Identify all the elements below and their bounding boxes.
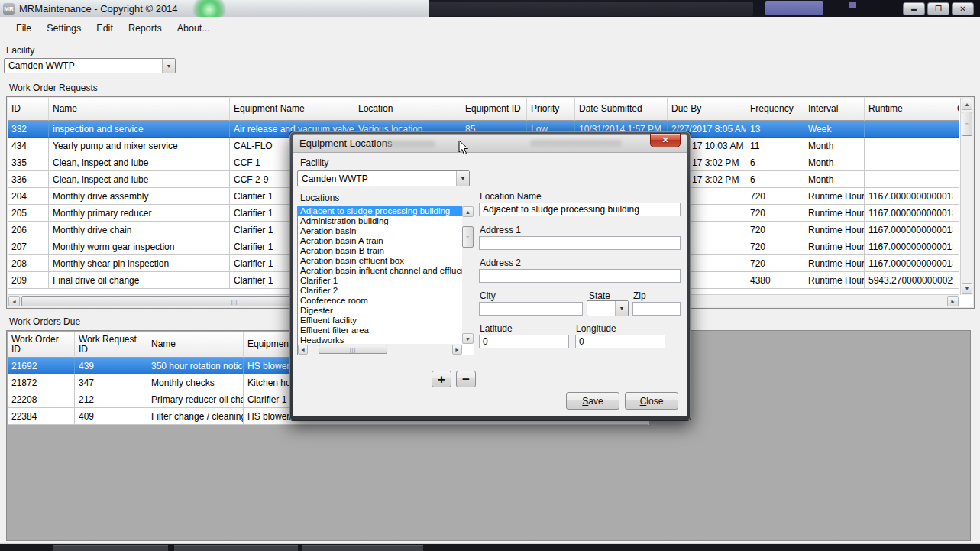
dialog-facility-select[interactable]: Camden WWTP ▼	[297, 170, 470, 186]
chevron-down-icon[interactable]: ▼	[615, 301, 628, 316]
minimize-button[interactable]: ▬	[903, 2, 925, 15]
cell-work_request_id: 439	[75, 358, 147, 374]
location-list-item[interactable]: Headworks	[298, 335, 462, 344]
location-list-item[interactable]: Aeration basin B train	[298, 246, 462, 256]
latitude-input[interactable]	[479, 335, 569, 348]
close-button[interactable]: ✕	[952, 2, 974, 15]
cell-name: Filter change / cleaning	[147, 408, 244, 425]
hscroll-thumb[interactable]: |||	[319, 345, 387, 354]
cell-interval: Runtime Hours	[804, 188, 865, 205]
header-row: IDNameEquipment NameLocationEquipment ID…	[8, 98, 959, 121]
column-header-interval[interactable]: Interval	[804, 98, 865, 121]
listbox-vscrollbar[interactable]: ▲ ≡ ▼	[462, 206, 474, 344]
dialog-title-bar[interactable]: Equipment Locations ✕	[293, 134, 687, 152]
longitude-label: Longitude	[576, 323, 616, 334]
facility-select-value: Camden WWTP	[5, 60, 162, 71]
column-header-equipment_id[interactable]: Equipment ID	[461, 98, 527, 121]
menu-item-edit[interactable]: Edit	[89, 20, 121, 37]
column-header-runtime[interactable]: Runtime	[865, 98, 953, 121]
address1-input[interactable]	[479, 236, 681, 250]
cell-runtime	[865, 154, 953, 171]
zip-input[interactable]	[632, 302, 681, 316]
location-name-input[interactable]	[479, 203, 681, 216]
cell-extra	[953, 171, 959, 188]
scroll-right-button[interactable]: ►	[947, 296, 959, 306]
zip-label: Zip	[633, 290, 646, 301]
equipment-locations-dialog: Equipment Locations ✕ Facility Camden WW…	[289, 131, 691, 421]
work-order-requests-vscrollbar[interactable]: ▲ ≡ ▼	[960, 98, 973, 295]
location-list-item[interactable]: Clarifier 1	[298, 276, 462, 286]
scroll-left-button[interactable]: ◄	[8, 296, 20, 306]
grip-icon: ≡	[466, 235, 470, 240]
locations-listbox[interactable]: Adjacent to sludge processing buildingAd…	[297, 206, 474, 355]
cell-runtime	[865, 121, 953, 138]
cell-id: 335	[8, 154, 49, 171]
column-header-equipment_name[interactable]: Equipment Name	[230, 98, 354, 121]
column-header-work_order_id[interactable]: Work Order ID	[8, 332, 75, 358]
column-header-id[interactable]: ID	[8, 98, 49, 121]
scroll-up-icon: ▲	[965, 102, 970, 107]
cell-frequency: 13	[746, 121, 804, 138]
cell-work_request_id: 212	[75, 391, 147, 408]
location-list-item[interactable]: Aeration basin A train	[298, 236, 462, 246]
cell-extra	[953, 188, 959, 205]
cell-interval: Runtime Hours	[804, 238, 865, 255]
chevron-down-icon[interactable]: ▼	[456, 171, 469, 186]
grip-icon: |||	[350, 347, 356, 352]
vscroll-thumb[interactable]: ≡	[962, 112, 972, 136]
scroll-down-button[interactable]: ▼	[462, 333, 474, 344]
column-header-work_request_id[interactable]: Work Request ID	[75, 332, 147, 358]
column-header-extra[interactable]: C	[953, 98, 959, 121]
menu-item-about[interactable]: About...	[170, 20, 218, 37]
dialog-close-action-button[interactable]: Close	[625, 392, 678, 410]
vscroll-thumb[interactable]: ≡	[462, 226, 474, 248]
location-list-item[interactable]: Conference room	[298, 296, 462, 306]
cell-runtime: 5943.2700000000023	[865, 272, 953, 289]
restore-button[interactable]: ❐	[927, 2, 949, 15]
cell-extra	[953, 272, 959, 289]
cell-id: 336	[8, 171, 49, 188]
dialog-close-button[interactable]: ✕	[650, 133, 681, 147]
add-location-button[interactable]: +	[432, 371, 451, 387]
location-list-item[interactable]: Effluent facility	[298, 316, 462, 326]
column-header-priority[interactable]: Priority	[527, 98, 575, 121]
cell-frequency: 720	[746, 238, 804, 255]
scroll-up-button[interactable]: ▲	[462, 206, 474, 217]
save-button[interactable]: Save	[566, 392, 619, 410]
location-list-item[interactable]: Administration building	[298, 216, 462, 226]
chevron-down-icon[interactable]: ▼	[162, 59, 175, 73]
cell-name: inspection and service	[49, 121, 230, 138]
longitude-input[interactable]	[575, 335, 665, 348]
column-header-due_by[interactable]: Due By	[668, 98, 746, 121]
facility-select[interactable]: Camden WWTP ▼	[4, 58, 176, 73]
city-input[interactable]	[479, 302, 583, 316]
menu-item-reports[interactable]: Reports	[121, 20, 170, 37]
location-list-item[interactable]: Aeration basin	[298, 226, 462, 236]
location-list-item[interactable]: Adjacent to sludge processing building	[298, 206, 462, 216]
menu-item-file[interactable]: File	[8, 20, 39, 37]
location-list-item[interactable]: Clarifier 2	[298, 286, 462, 296]
column-header-date_submitted[interactable]: Date Submitted	[575, 98, 668, 121]
state-select[interactable]: ▼	[587, 300, 629, 316]
scroll-right-button[interactable]: ►	[452, 345, 462, 355]
address2-input[interactable]	[479, 269, 681, 283]
column-header-location[interactable]: Location	[354, 98, 461, 121]
taskbar-item[interactable]	[53, 545, 168, 551]
remove-location-button[interactable]: −	[456, 371, 476, 387]
location-list-item[interactable]: Effluent filter area	[298, 326, 462, 335]
listbox-hscrollbar[interactable]: ◄ ||| ►	[298, 344, 462, 355]
scroll-down-button[interactable]: ▼	[962, 283, 972, 294]
scroll-up-button[interactable]: ▲	[962, 99, 972, 110]
menu-item-settings[interactable]: Settings	[39, 20, 89, 37]
location-list-item[interactable]: Aeration basin effluent box	[298, 256, 462, 266]
cell-id: 434	[8, 138, 49, 154]
column-header-name[interactable]: Name	[147, 332, 244, 358]
column-header-name[interactable]: Name	[49, 98, 230, 121]
location-list-item[interactable]: Aeration basin influent channel and effl…	[298, 266, 462, 276]
taskbar-item[interactable]	[302, 545, 423, 551]
column-header-frequency[interactable]: Frequency	[746, 98, 804, 121]
scroll-left-button[interactable]: ◄	[298, 345, 308, 355]
taskbar-item[interactable]	[174, 545, 298, 551]
location-list-item[interactable]: Digester	[298, 306, 462, 316]
scroll-left-icon: ◄	[300, 347, 306, 352]
